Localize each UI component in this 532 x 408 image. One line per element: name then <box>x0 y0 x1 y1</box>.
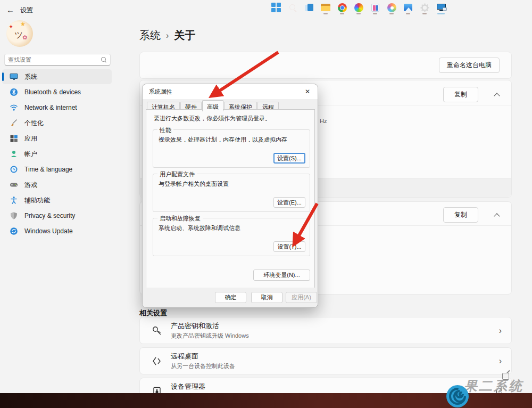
product-key-row[interactable]: 产品密钥和激活 更改产品密钥或升级 Windows › <box>139 317 512 344</box>
shield-icon <box>10 211 18 220</box>
sidebar-item-label: Windows Update <box>24 227 73 235</box>
sidebar-item-label: Time & language <box>24 166 72 173</box>
sidebar-item-system[interactable]: 系统 <box>2 69 112 84</box>
sidebar-item-label: 帐户 <box>24 150 37 159</box>
breadcrumb-system[interactable]: 系统 <box>139 28 161 43</box>
tab-advanced[interactable]: 高级 <box>202 100 223 111</box>
sidebar-item-accessibility[interactable]: 辅助功能 <box>2 193 112 208</box>
rename-pc-button[interactable]: 重命名这台电脑 <box>439 58 500 73</box>
notes-icon <box>371 4 379 12</box>
bluetooth-icon <box>10 88 18 96</box>
back-button[interactable]: ← <box>6 5 14 14</box>
windows-logo-icon <box>271 3 281 12</box>
close-icon[interactable]: ✕ <box>300 85 315 98</box>
sidebar-item-apps[interactable]: 应用 <box>2 131 112 146</box>
group-title: 用户配置文件 <box>157 170 197 178</box>
wifi-icon <box>10 103 18 112</box>
sidebar-item-windows-update[interactable]: Windows Update <box>2 224 112 239</box>
sidebar-item-label: Bluetooth & devices <box>24 88 81 96</box>
avatar-decor: ✦ <box>9 23 13 30</box>
monitor-icon <box>10 72 18 81</box>
browser-sphere-button[interactable] <box>353 2 364 13</box>
collapse-specs-icon[interactable] <box>495 92 500 97</box>
chevron-right-icon: › <box>499 326 502 336</box>
avatar-decor: ✿ <box>22 34 27 41</box>
color-sphere-icon <box>354 3 363 12</box>
taskbar-icons <box>270 0 447 15</box>
user-profiles-group: 用户配置文件 与登录帐户相关的桌面设置 设置(E)... <box>153 174 310 212</box>
photos-app-button[interactable] <box>402 2 414 13</box>
sidebar: 系统 Bluetooth & devices Network & interne… <box>2 69 112 239</box>
search-input[interactable] <box>8 56 101 63</box>
remote-desktop-icon <box>152 356 162 366</box>
system-properties-dialog: 系统属性 ✕ 计算机名 硬件 高级 系统保护 远程 要进行大多数更改，你必须作为… <box>142 84 318 308</box>
sidebar-item-network[interactable]: Network & internet <box>2 100 112 115</box>
dialog-titlebar[interactable]: 系统属性 ✕ <box>143 84 318 99</box>
user-profiles-settings-button[interactable]: 设置(E)... <box>273 197 305 208</box>
folder-icon <box>321 4 330 11</box>
app-title: 设置 <box>20 6 33 15</box>
sidebar-item-label: Network & internet <box>24 104 77 111</box>
settings-app-button[interactable] <box>419 2 430 13</box>
copy-specs-button[interactable]: 复制 <box>443 87 478 102</box>
ok-button[interactable]: 确定 <box>215 292 246 303</box>
chrome-button[interactable] <box>336 2 348 13</box>
group-desc: 视觉效果，处理器计划，内存使用，以及虚拟内存 <box>159 136 287 144</box>
breadcrumb: 系统 › 关于 <box>139 28 195 43</box>
performance-settings-button[interactable]: 设置(S)... <box>273 153 305 164</box>
key-icon <box>152 325 162 336</box>
startup-recovery-settings-button[interactable]: 设置(T)... <box>273 241 305 252</box>
settings-search[interactable] <box>4 54 111 66</box>
sidebar-item-privacy[interactable]: Privacy & security <box>2 208 112 223</box>
task-view-button[interactable] <box>303 2 315 13</box>
avatar-decor: ツ <box>14 30 23 41</box>
dialog-footer: 确定 取消 应用(A) <box>143 288 318 307</box>
system-properties-taskbar-button[interactable] <box>435 2 447 13</box>
photo-icon <box>404 4 412 11</box>
copy-windows-specs-button[interactable]: 复制 <box>443 207 478 223</box>
watermark-logo-icon <box>446 385 469 408</box>
taskbar-search-button[interactable] <box>287 2 298 13</box>
sidebar-item-time-language[interactable]: Time & language <box>2 162 112 177</box>
task-view-icon <box>305 4 314 12</box>
collapse-windows-specs-icon[interactable] <box>495 213 500 217</box>
performance-group: 性能 视觉效果，处理器计划，内存使用，以及虚拟内存 设置(S)... <box>153 129 310 168</box>
notes-app-button[interactable] <box>369 2 381 13</box>
chevron-right-icon: › <box>499 356 502 366</box>
search-icon <box>289 4 297 12</box>
page-title: 关于 <box>174 28 195 43</box>
group-title: 性能 <box>157 126 173 134</box>
gear-icon <box>420 3 429 12</box>
admin-note: 要进行大多数更改，你必须作为管理员登录。 <box>154 115 271 123</box>
environment-variables-button[interactable]: 环境变量(N)... <box>253 270 310 281</box>
person-icon <box>10 150 18 158</box>
sidebar-item-gaming[interactable]: 游戏 <box>2 177 112 192</box>
dialog-title: 系统属性 <box>149 88 172 96</box>
sidebar-item-label: 系统 <box>24 72 37 81</box>
row-subtitle: 从另一台设备控制此设备 <box>171 362 499 370</box>
cancel-button[interactable]: 取消 <box>251 292 282 303</box>
system-monitor-icon <box>437 4 446 11</box>
brush-icon <box>10 119 18 127</box>
start-button[interactable] <box>270 2 282 13</box>
remote-desktop-row[interactable]: 远程桌面 从另一台设备控制此设备 › <box>139 347 512 374</box>
sidebar-item-accounts[interactable]: 帐户 <box>2 146 112 161</box>
row-title: 远程桌面 <box>171 352 499 361</box>
user-avatar: ✦ ★ ツ ✿ <box>6 20 33 47</box>
chrome-icon <box>338 3 347 12</box>
row-title: 产品密钥和激活 <box>171 321 499 331</box>
sidebar-item-label: 个性化 <box>24 119 44 128</box>
startup-recovery-group: 启动和故障恢复 系统启动、系统故障和调试信息 设置(T)... <box>153 218 310 256</box>
row-subtitle: 更改产品密钥或升级 Windows <box>171 332 499 340</box>
sidebar-item-personalization[interactable]: 个性化 <box>2 116 112 130</box>
watermark-text: 果二系统 <box>464 377 523 395</box>
file-explorer-button[interactable] <box>320 2 331 13</box>
sidebar-item-bluetooth[interactable]: Bluetooth & devices <box>2 85 112 100</box>
palette-icon <box>387 3 396 12</box>
gamepad-icon <box>10 181 18 189</box>
update-icon <box>10 227 18 235</box>
paint-app-button[interactable] <box>386 2 397 13</box>
clock-icon <box>10 165 18 174</box>
search-icon <box>101 57 107 63</box>
sidebar-item-label: 辅助功能 <box>24 196 50 205</box>
